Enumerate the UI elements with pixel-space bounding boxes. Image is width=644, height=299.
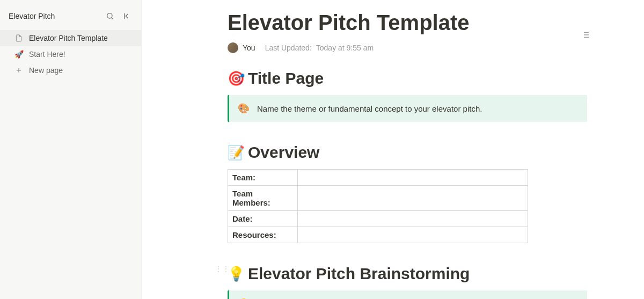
table-value-cell[interactable] (298, 170, 528, 186)
callout-brainstorming[interactable]: 💡 Fill in the table below for better tea… (228, 290, 587, 299)
sidebar-item-label: Start Here! (29, 50, 65, 59)
sidebar-header: Elevator Pitch (0, 6, 141, 26)
table-value-cell[interactable] (298, 211, 528, 227)
callout-text: Name the theme or fundamental concept to… (257, 104, 482, 113)
section-heading-title-page[interactable]: 🎯 Title Page (228, 69, 587, 87)
page-body: Elevator Pitch Template You Last Updated… (228, 0, 619, 299)
last-updated-label: Last Updated: (265, 43, 312, 52)
memo-icon: 📝 (228, 144, 245, 161)
drag-handle-icon[interactable]: ⋮⋮ (215, 265, 230, 273)
table-row[interactable]: Team: (228, 170, 528, 186)
metadata-row: You Last Updated: Today at 9:55 am (228, 42, 587, 53)
table-label-cell[interactable]: Team: (228, 170, 298, 186)
sidebar-item-start-here[interactable]: 🚀 Start Here! (0, 46, 141, 62)
table-label-cell[interactable]: Resources: (228, 227, 298, 243)
sidebar-item-label: New page (29, 66, 63, 75)
rocket-icon: 🚀 (14, 49, 24, 59)
avatar[interactable] (228, 42, 238, 53)
page-icon (14, 33, 24, 43)
target-icon: 🎯 (228, 70, 245, 87)
table-row[interactable]: Date: (228, 211, 528, 227)
table-label-cell[interactable]: Team Members: (228, 186, 298, 211)
section-heading-text: Elevator Pitch Brainstorming (248, 265, 470, 283)
table-of-contents-icon[interactable] (579, 28, 592, 43)
plus-icon (14, 65, 24, 75)
last-updated-value: Today at 9:55 am (316, 43, 374, 52)
search-icon[interactable] (105, 11, 115, 21)
table-value-cell[interactable] (298, 227, 528, 243)
sidebar: Elevator Pitch Elevator Pitch Template 🚀… (0, 0, 142, 299)
overview-table[interactable]: Team: Team Members: Date: Resources: (228, 169, 528, 243)
sidebar-item-new-page[interactable]: New page (0, 62, 141, 78)
table-value-cell[interactable] (298, 186, 528, 211)
palette-icon: 🎨 (238, 103, 250, 114)
sidebar-item-elevator-pitch-template[interactable]: Elevator Pitch Template (0, 30, 141, 46)
svg-point-0 (107, 13, 112, 18)
section-heading-overview[interactable]: 📝 Overview (228, 143, 587, 162)
collapse-sidebar-icon[interactable] (122, 11, 133, 21)
svg-line-1 (112, 18, 113, 19)
sidebar-nav: Elevator Pitch Template 🚀 Start Here! Ne… (0, 30, 141, 78)
section-heading-text: Title Page (248, 69, 324, 87)
sidebar-header-icons (105, 11, 133, 21)
workspace-name[interactable]: Elevator Pitch (9, 12, 55, 20)
section-brainstorming-wrapper: ⋮⋮ 💡 Elevator Pitch Brainstorming (228, 265, 587, 283)
table-row[interactable]: Team Members: (228, 186, 528, 211)
author-name[interactable]: You (243, 43, 255, 52)
sidebar-item-label: Elevator Pitch Template (29, 34, 108, 42)
section-heading-text: Overview (248, 143, 319, 162)
main-content-area: Elevator Pitch Template You Last Updated… (142, 0, 644, 299)
table-row[interactable]: Resources: (228, 227, 528, 243)
callout-title-page[interactable]: 🎨 Name the theme or fundamental concept … (228, 95, 587, 122)
section-heading-brainstorming[interactable]: 💡 Elevator Pitch Brainstorming (228, 265, 587, 283)
table-label-cell[interactable]: Date: (228, 211, 298, 227)
lightbulb-icon: 💡 (228, 266, 245, 282)
page-title[interactable]: Elevator Pitch Template (228, 11, 587, 35)
